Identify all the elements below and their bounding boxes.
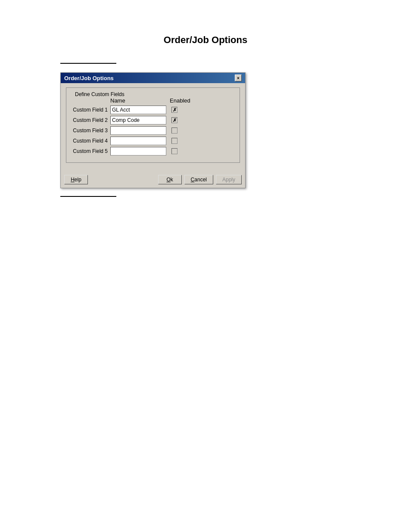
header-name: Name xyxy=(110,97,166,104)
dialog-buttons: Help Ok Cancel Apply xyxy=(61,173,245,188)
field-checkbox-4[interactable] xyxy=(171,138,177,144)
cancel-label-rest: ancel xyxy=(194,177,207,183)
fieldset-legend: Define Custom Fields xyxy=(73,91,234,97)
decorative-bar-top xyxy=(60,63,116,64)
cancel-button[interactable]: Cancel xyxy=(184,175,213,184)
field-label-5: Custom Field 5 xyxy=(72,148,110,154)
dialog-wrapper: Order/Job Options × Define Custom Fields… xyxy=(60,72,246,188)
field-checkbox-2[interactable]: ✗ xyxy=(171,117,177,123)
apply-button[interactable]: Apply xyxy=(216,175,242,184)
ok-underline-char: O xyxy=(166,177,170,183)
field-label-1: Custom Field 1 xyxy=(72,107,110,113)
ok-label-rest: k xyxy=(171,177,173,183)
dialog-titlebar: Order/Job Options × xyxy=(61,73,245,83)
dialog-content: Define Custom Fields Name Enabled Custom… xyxy=(61,83,245,173)
page-title: Order/Job Options xyxy=(0,0,411,46)
field-label-4: Custom Field 4 xyxy=(72,138,110,144)
field-input-2[interactable] xyxy=(110,116,166,124)
table-row: Custom Field 1 ✗ xyxy=(72,106,234,114)
field-checkbox-3[interactable] xyxy=(171,128,177,134)
field-checkbox-5[interactable] xyxy=(171,148,177,154)
help-label-rest: elp xyxy=(75,177,81,183)
table-row: Custom Field 3 xyxy=(72,126,234,135)
dialog-title: Order/Job Options xyxy=(64,75,114,81)
ok-button[interactable]: Ok xyxy=(158,175,182,184)
table-row: Custom Field 5 xyxy=(72,147,234,156)
close-button[interactable]: × xyxy=(235,75,242,81)
decorative-bar-bottom xyxy=(60,196,116,197)
field-checkbox-1[interactable]: ✗ xyxy=(171,107,177,113)
order-job-options-dialog: Order/Job Options × Define Custom Fields… xyxy=(60,72,246,188)
cancel-underline-char: C xyxy=(191,177,195,183)
btn-group-right: Ok Cancel Apply xyxy=(158,175,242,184)
help-button[interactable]: Help xyxy=(64,175,88,184)
field-input-4[interactable] xyxy=(110,137,166,145)
header-enabled: Enabled xyxy=(170,97,196,104)
field-label-2: Custom Field 2 xyxy=(72,117,110,123)
define-custom-fields-group: Define Custom Fields Name Enabled Custom… xyxy=(66,87,240,163)
help-underline-char: H xyxy=(71,177,75,183)
field-input-1[interactable] xyxy=(110,106,166,114)
table-row: Custom Field 4 xyxy=(72,137,234,145)
field-label-3: Custom Field 3 xyxy=(72,128,110,134)
fields-header: Name Enabled xyxy=(110,97,234,104)
table-row: Custom Field 2 ✗ xyxy=(72,116,234,124)
field-input-3[interactable] xyxy=(110,126,166,135)
field-input-5[interactable] xyxy=(110,147,166,156)
